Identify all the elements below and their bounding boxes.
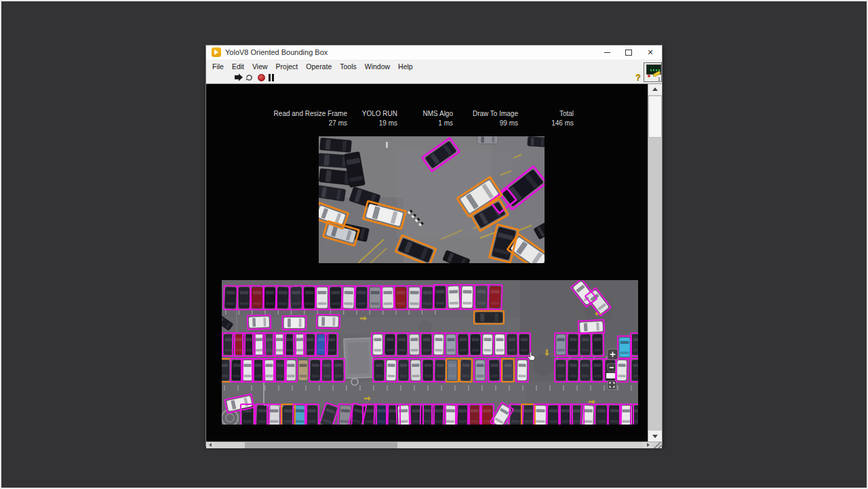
menu-item-window[interactable]: Window	[361, 62, 394, 71]
car	[528, 136, 545, 147]
menu-item-file[interactable]: File	[208, 62, 228, 71]
car	[232, 360, 242, 380]
car	[568, 360, 578, 380]
vertical-scrollbar[interactable]	[648, 84, 662, 442]
car	[461, 360, 471, 380]
metric-label: Total	[472, 110, 574, 117]
car	[471, 334, 480, 355]
car	[311, 360, 321, 380]
ground-circle	[533, 354, 555, 376]
car	[294, 406, 306, 425]
menu-item-edit[interactable]: Edit	[228, 62, 248, 71]
vi-red-dot-icon	[648, 75, 650, 77]
car	[330, 287, 342, 308]
abort-button[interactable]	[258, 74, 265, 81]
pause-button[interactable]	[269, 74, 275, 81]
scroll-down-button[interactable]	[648, 431, 662, 442]
car	[318, 316, 338, 328]
maximize-button[interactable]	[618, 45, 639, 59]
car	[264, 360, 274, 380]
car	[433, 406, 444, 425]
car	[421, 287, 433, 309]
play-triangle-icon	[214, 50, 218, 55]
car	[269, 406, 279, 425]
car	[304, 287, 315, 308]
car	[356, 288, 367, 309]
car	[399, 360, 408, 380]
fullscreen-button[interactable]	[608, 380, 616, 389]
run-button[interactable]	[234, 73, 243, 82]
zoom-level-chip	[606, 373, 615, 378]
car	[593, 334, 603, 355]
help-icon[interactable]: ?	[635, 72, 641, 82]
ground-patch	[347, 342, 370, 374]
car	[523, 406, 534, 425]
vi-icon[interactable]: 1	[644, 62, 662, 82]
scroll-left-button[interactable]	[206, 442, 215, 448]
app-window: YoloV8 Oriented Bounding Box ✕ FileEditV…	[205, 45, 663, 446]
car	[290, 287, 302, 309]
car	[446, 334, 456, 355]
car	[224, 287, 236, 309]
menu-item-view[interactable]: View	[248, 62, 272, 71]
metric: Total146 ms	[472, 110, 574, 127]
menu-item-project[interactable]: Project	[272, 62, 302, 71]
car	[411, 360, 421, 380]
resize-grip[interactable]	[652, 442, 662, 448]
menu-item-operate[interactable]: Operate	[302, 62, 336, 71]
scroll-right-button[interactable]	[644, 442, 652, 448]
car	[435, 286, 446, 308]
car	[556, 360, 566, 380]
menu-item-tools[interactable]: Tools	[336, 62, 361, 71]
metric-value: 146 ms	[472, 119, 574, 127]
car	[375, 406, 387, 425]
ground-patch	[386, 142, 388, 148]
car	[342, 287, 354, 309]
labview-app-icon	[212, 47, 221, 57]
zoom-in-button[interactable]	[608, 349, 618, 359]
car	[317, 288, 328, 309]
pause-bar	[272, 74, 274, 81]
menu-item-help[interactable]: Help	[394, 62, 417, 71]
chevron-up-icon	[652, 87, 658, 91]
zoom-out-button[interactable]	[608, 364, 616, 372]
car	[298, 360, 308, 380]
car	[580, 334, 590, 355]
car	[476, 286, 487, 308]
scroll-up-button[interactable]	[648, 84, 662, 95]
car	[434, 334, 444, 355]
horizontal-scrollbar-thumb[interactable]	[245, 442, 397, 448]
titlebar: YoloV8 Oriented Bounding Box ✕	[206, 45, 662, 60]
car	[395, 288, 406, 309]
car	[462, 286, 473, 308]
menubar: FileEditViewProjectOperateToolsWindowHel…	[206, 60, 662, 72]
car	[580, 360, 590, 380]
car	[322, 360, 332, 380]
detection-overview-image	[222, 280, 638, 425]
car	[410, 334, 420, 355]
car	[254, 360, 264, 380]
minimize-button[interactable]	[597, 45, 617, 59]
car	[477, 136, 498, 144]
vertical-scrollbar-thumb[interactable]	[648, 96, 662, 138]
car	[556, 334, 566, 355]
car	[535, 406, 547, 425]
chevron-left-icon	[209, 443, 212, 447]
car	[619, 338, 630, 357]
car	[517, 360, 528, 380]
car	[469, 406, 481, 425]
car	[596, 406, 607, 425]
car	[275, 360, 285, 380]
car	[307, 406, 317, 425]
car	[283, 406, 294, 425]
horizontal-scrollbar[interactable]	[206, 442, 662, 448]
minimize-icon	[604, 52, 610, 53]
car	[423, 360, 433, 380]
front-panel-area: Read and Resize Frame27 msYOLO RUN19 msN…	[206, 84, 662, 442]
car	[239, 287, 250, 308]
run-continuously-button[interactable]	[244, 73, 254, 82]
car	[560, 406, 572, 425]
car	[507, 334, 517, 355]
close-button[interactable]: ✕	[640, 45, 660, 59]
car	[448, 286, 459, 309]
